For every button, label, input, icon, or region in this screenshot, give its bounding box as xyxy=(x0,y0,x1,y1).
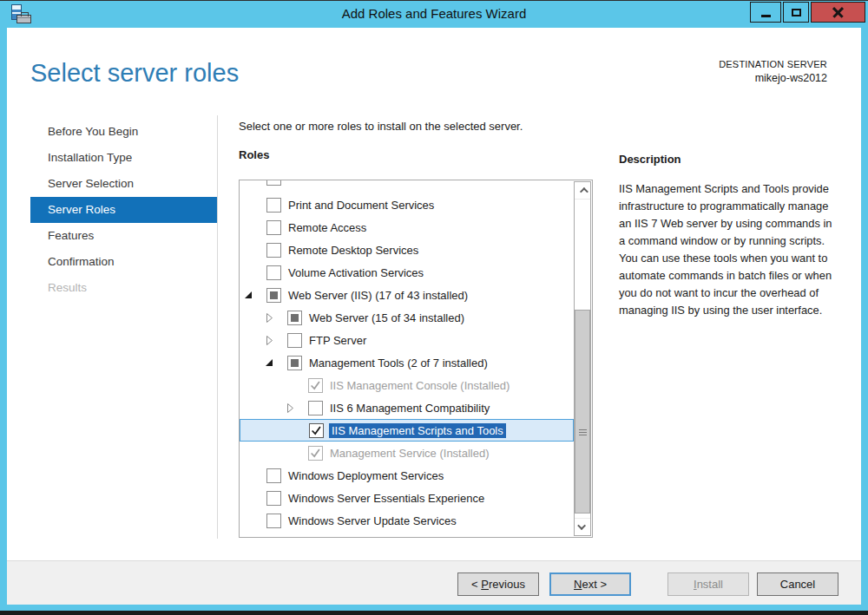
role-checkbox[interactable] xyxy=(266,265,281,280)
sidebar-item-server-roles[interactable]: Server Roles xyxy=(30,197,218,223)
role-label: Remote Access xyxy=(288,221,366,234)
expander-expanded-icon[interactable] xyxy=(245,291,266,298)
window-title: Add Roles and Features Wizard xyxy=(0,0,868,28)
chevron-up-icon xyxy=(579,187,588,196)
cancel-button[interactable]: Cancel xyxy=(757,572,838,596)
role-checkbox[interactable] xyxy=(266,514,281,528)
expander-collapsed-icon[interactable] xyxy=(266,335,287,346)
role-tree-item[interactable]: FTP Server xyxy=(240,329,574,351)
role-label: Web Server (15 of 34 installed) xyxy=(309,311,464,324)
page-title: Select server roles xyxy=(30,59,239,88)
scrollbar-grip-icon xyxy=(579,429,587,435)
role-tree-item[interactable]: IIS Management Scripts and Tools xyxy=(240,419,574,442)
role-tree-item[interactable]: Management Service (Installed) xyxy=(240,442,574,464)
sidebar-item-installation-type[interactable]: Installation Type xyxy=(30,145,218,171)
destination-server-label: DESTINATION SERVER xyxy=(719,59,827,69)
role-label: Management Tools (2 of 7 installed) xyxy=(309,357,488,370)
role-tree-item[interactable] xyxy=(240,180,574,193)
wizard-body: Select server roles DESTINATION SERVER m… xyxy=(7,28,861,560)
role-tree-item[interactable]: Web Server (15 of 34 installed) xyxy=(240,306,574,329)
minimize-button[interactable] xyxy=(750,2,781,23)
footer-bar: < PreviousNext >InstallCancel xyxy=(7,560,861,605)
description-heading: Description xyxy=(619,153,681,166)
role-checkbox[interactable] xyxy=(266,468,281,483)
role-label: Windows Server Essentials Experience xyxy=(288,492,484,505)
role-label: Remote Desktop Services xyxy=(288,244,418,257)
role-tree-item[interactable]: IIS Management Console (Installed) xyxy=(240,374,574,396)
maximize-button[interactable] xyxy=(783,2,809,23)
roles-tree: Print and Document ServicesRemote Access… xyxy=(240,180,574,532)
role-label: Windows Server Update Services xyxy=(288,514,457,527)
expander-collapsed-icon[interactable] xyxy=(266,312,287,324)
scrollbar-track[interactable] xyxy=(574,181,591,536)
role-tree-item[interactable]: Volume Activation Services xyxy=(240,261,574,284)
instruction-text: Select one or more roles to install on t… xyxy=(239,120,523,133)
chevron-down-icon xyxy=(577,521,586,530)
sidebar-item-before-you-begin[interactable]: Before You Begin xyxy=(30,119,218,145)
roles-listbox: Print and Document ServicesRemote Access… xyxy=(239,180,593,538)
role-tree-item[interactable]: IIS 6 Management Compatibility xyxy=(240,396,574,419)
footer-buttons: < PreviousNext >InstallCancel xyxy=(457,572,838,596)
role-checkbox[interactable] xyxy=(287,356,302,370)
minimize-icon xyxy=(761,15,771,17)
maximize-icon xyxy=(792,9,801,16)
window-bottom-edge xyxy=(0,611,868,615)
roles-label: Roles xyxy=(239,148,269,161)
next-button[interactable]: Next > xyxy=(549,572,631,596)
role-label: Management Service (Installed) xyxy=(330,447,490,460)
expander-expanded-icon[interactable] xyxy=(266,359,287,366)
role-tree-item[interactable]: Web Server (IIS) (17 of 43 installed) xyxy=(240,284,574,306)
install-button[interactable]: Install xyxy=(667,572,749,596)
window-controls xyxy=(750,2,865,23)
scroll-up-button[interactable] xyxy=(575,182,590,200)
role-checkbox[interactable] xyxy=(266,220,281,235)
sidebar-nav: Before You BeginInstallation TypeServer … xyxy=(30,119,218,301)
role-checkbox[interactable] xyxy=(287,333,302,348)
previous-button[interactable]: < Previous xyxy=(457,572,539,596)
role-checkbox[interactable] xyxy=(266,180,281,186)
role-checkbox[interactable] xyxy=(266,288,281,303)
sidebar-item-confirmation[interactable]: Confirmation xyxy=(30,249,218,275)
role-checkbox[interactable] xyxy=(308,378,323,393)
sidebar-divider xyxy=(217,115,218,539)
destination-server-block: DESTINATION SERVER mikejo-ws2012 xyxy=(719,59,827,84)
role-label: IIS Management Scripts and Tools xyxy=(329,423,506,438)
role-tree-item[interactable]: Management Tools (2 of 7 installed) xyxy=(240,351,574,374)
scroll-down-button[interactable] xyxy=(575,518,590,535)
role-label: IIS 6 Management Compatibility xyxy=(330,402,490,415)
role-label: Windows Deployment Services xyxy=(288,469,444,482)
role-tree-item[interactable]: Windows Server Update Services xyxy=(240,509,574,532)
role-tree-item[interactable]: Print and Document Services xyxy=(240,193,574,216)
role-label: FTP Server xyxy=(309,334,366,347)
role-tree-item[interactable]: Remote Desktop Services xyxy=(240,239,574,261)
role-label: Print and Document Services xyxy=(288,199,434,212)
role-label: IIS Management Console (Installed) xyxy=(330,379,510,392)
role-label: Web Server (IIS) (17 of 43 installed) xyxy=(288,289,468,302)
role-checkbox[interactable] xyxy=(266,198,281,213)
close-icon xyxy=(832,6,845,19)
role-checkbox[interactable] xyxy=(308,446,323,461)
expander-collapsed-icon[interactable] xyxy=(286,402,308,414)
role-tree-item[interactable]: Remote Access xyxy=(240,216,574,239)
role-tree-item[interactable]: Windows Deployment Services xyxy=(240,464,574,487)
role-label: Volume Activation Services xyxy=(288,266,424,279)
sidebar-item-results: Results xyxy=(30,275,218,301)
role-checkbox[interactable] xyxy=(309,423,324,438)
destination-server-name: mikejo-ws2012 xyxy=(719,72,827,84)
scrollbar-thumb[interactable] xyxy=(575,310,590,514)
description-text: IIS Management Scripts and Tools provide… xyxy=(619,180,836,319)
title-bar[interactable]: Add Roles and Features Wizard xyxy=(0,0,868,28)
wizard-window: Add Roles and Features Wizard Select ser… xyxy=(0,0,868,615)
role-tree-item[interactable]: Windows Server Essentials Experience xyxy=(240,487,574,509)
role-checkbox[interactable] xyxy=(287,311,302,325)
role-checkbox[interactable] xyxy=(266,491,281,506)
close-button[interactable] xyxy=(811,2,865,23)
role-checkbox[interactable] xyxy=(266,243,281,258)
sidebar-item-server-selection[interactable]: Server Selection xyxy=(30,171,218,197)
role-checkbox[interactable] xyxy=(308,401,323,415)
sidebar-item-features[interactable]: Features xyxy=(30,223,218,249)
